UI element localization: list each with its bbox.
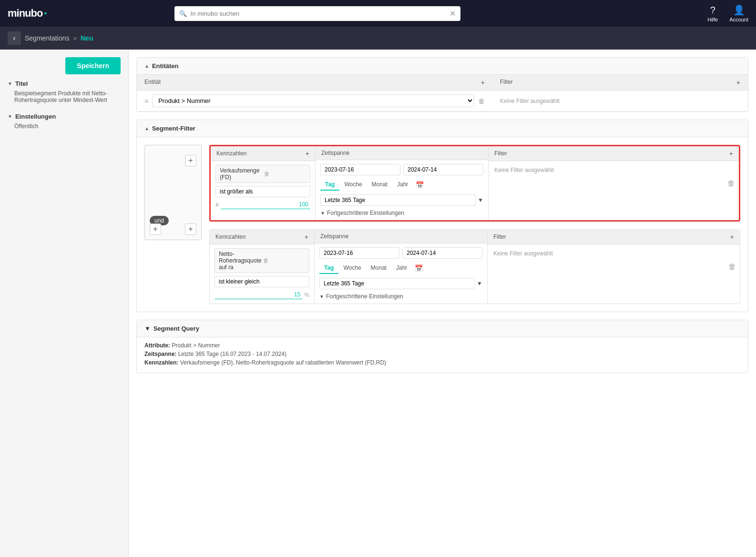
time-tabs-2: Tag Woche Monat Jahr 📅 — [319, 263, 482, 274]
value-2-input[interactable] — [215, 290, 302, 299]
search-input[interactable] — [191, 10, 446, 17]
query-label-1: Zeitspanne: — [144, 351, 176, 357]
query-body: Attribute: Produkt > Nummer Zeitspanne: … — [137, 337, 748, 373]
tab-monat-2[interactable]: Monat — [366, 263, 391, 274]
sidebar-settings-section: ▼ Einstellungen Öffentlich — [8, 113, 121, 130]
query-value-2: Verkaufsmenge (FD), Netto-Rohertragsquot… — [180, 359, 386, 366]
calendar-1-icon[interactable]: 📅 — [416, 181, 424, 189]
entity-select[interactable]: Produkt > Nummer — [152, 94, 474, 107]
query-label-0: Attribute: — [144, 342, 170, 349]
tab-monat-1[interactable]: Monat — [367, 179, 392, 191]
range-2-select[interactable]: Letzte 365 Tage — [319, 278, 475, 289]
add-kennzahl-1-button[interactable]: + — [306, 150, 309, 157]
kennzahl-2-delete-icon[interactable]: 🗑 — [263, 257, 305, 264]
breadcrumb-separator: > — [73, 35, 77, 42]
no-filter-2-label: Keine Filter ausgewählt — [488, 244, 740, 263]
advanced-2-label: Fortgeschrittene Einstellungen — [326, 293, 403, 300]
tab-jahr-2[interactable]: Jahr — [391, 263, 412, 274]
delete-row-2-button[interactable]: 🗑 — [728, 263, 736, 271]
tab-jahr-1[interactable]: Jahr — [392, 179, 413, 191]
drag-icon: ≡ — [144, 97, 148, 105]
entity-col-header: Entität + — [137, 75, 492, 91]
canvas-add-top-button[interactable]: + — [185, 155, 196, 166]
advanced-1-arrow-icon: ▼ — [320, 211, 325, 216]
value-2-row: % — [215, 290, 309, 299]
calendar-2-icon[interactable]: 📅 — [415, 264, 423, 272]
filter-col-1: Filter + Keine Filter ausgewählt 🗑 — [489, 146, 739, 220]
settings-arrow-icon: ▼ — [8, 114, 12, 119]
entity-table: Entität + Filter + ≡ — [137, 75, 748, 111]
filter-col-header: Filter + — [492, 75, 748, 91]
nav-right: ? Hilfe 👤 Account — [707, 4, 748, 22]
sf-collapse-icon[interactable]: ▲ — [144, 126, 149, 131]
add-filter-1-button[interactable]: + — [729, 150, 733, 157]
filter-card-1: Kennzahlen + Verkaufsmenge (FD) 🗑 ist gr… — [209, 145, 740, 222]
content-area: ▲ Entitäten Entität + Filter + — [129, 50, 756, 557]
entity-delete-icon[interactable]: 🗑 — [478, 97, 485, 105]
tab-tag-2[interactable]: Tag — [319, 263, 338, 274]
zeitspanne-1-body: Tag Woche Monat Jahr 📅 Letzte 365 Tage — [316, 160, 488, 220]
entities-collapse-icon[interactable]: ▲ — [144, 63, 149, 69]
breadcrumb-parent: Segmentations — [25, 34, 69, 42]
segment-filter-inner: + und + + Kennzahlen + — [137, 137, 748, 312]
zeitspanne-1-header: Zeitspanne — [316, 146, 488, 160]
query-row-1: Zeitspanne: Letzte 365 Tage (16.07.2023 … — [144, 351, 740, 357]
kennzahlen-2-body: Netto-Rohertragsquote auf ra 🗑 ist klein… — [210, 244, 314, 303]
canvas-add-bottom-right-button[interactable]: + — [185, 223, 196, 235]
zeitspanne-2: Zeitspanne Tag Woche Monat — [315, 230, 488, 304]
date-from-1[interactable] — [320, 164, 400, 175]
account-button[interactable]: 👤 Account — [729, 4, 748, 22]
no-filter-1-label: Keine Filter ausgewählt — [489, 161, 739, 179]
help-label: Hilfe — [707, 17, 718, 22]
add-filter-button[interactable]: + — [736, 79, 740, 86]
save-button[interactable]: Speichern — [65, 57, 121, 74]
value-1-row: # — [215, 200, 310, 209]
kennzahl-1-row: Verkaufsmenge (FD) 🗑 — [215, 165, 310, 183]
add-filter-2-button[interactable]: + — [730, 233, 734, 241]
date-from-2[interactable] — [319, 247, 399, 259]
sidebar-title-label: Titel — [15, 80, 28, 87]
title-arrow-icon: ▼ — [8, 81, 12, 86]
date-to-2[interactable] — [402, 247, 482, 259]
filter-2-header: Filter + — [488, 230, 740, 244]
range-row-1: Letzte 365 Tage ▼ — [320, 194, 483, 206]
add-entity-button[interactable]: + — [481, 79, 485, 86]
search-bar[interactable]: 🔍 ✕ — [174, 6, 460, 21]
condition-1-select[interactable]: ist größer als — [215, 186, 310, 197]
value-1-input[interactable] — [221, 200, 310, 209]
canvas-box: + und + + — [144, 145, 202, 240]
canvas-add-bottom-left-button[interactable]: + — [150, 223, 161, 235]
delete-row-1-button[interactable]: 🗑 — [727, 179, 735, 188]
zeitspanne-2-header: Zeitspanne — [315, 230, 487, 243]
advanced-1-link[interactable]: ▼ Fortgeschrittene Einstellungen — [320, 210, 483, 216]
search-clear-icon[interactable]: ✕ — [450, 9, 456, 18]
query-label-2: Kennzahlen: — [144, 359, 178, 366]
time-tabs-1: Tag Woche Monat Jahr 📅 — [320, 179, 483, 191]
zeitspanne-1: Zeitspanne Tag Woche Monat — [316, 146, 489, 220]
date-row-1 — [320, 164, 483, 175]
query-collapse-icon[interactable]: ▼ — [144, 325, 151, 332]
help-button[interactable]: ? Hilfe — [707, 5, 718, 22]
query-title: Segment Query — [153, 325, 199, 332]
sidebar-settings-header: ▼ Einstellungen — [8, 113, 121, 120]
segment-filter-header: ▲ Segment-Filter — [137, 120, 748, 137]
condition-2-select[interactable]: ist kleiner gleich — [215, 276, 309, 287]
value-1-hash: # — [215, 202, 219, 208]
tab-tag-1[interactable]: Tag — [320, 179, 339, 191]
segment-filter-canvas: + und + + — [144, 145, 202, 304]
tab-woche-1[interactable]: Woche — [339, 179, 367, 191]
account-icon: 👤 — [733, 4, 745, 16]
tab-woche-2[interactable]: Woche — [338, 263, 366, 274]
query-header: ▼ Segment Query — [137, 320, 748, 337]
advanced-2-link[interactable]: ▼ Fortgeschrittene Einstellungen — [319, 293, 482, 300]
kennzahl-1-delete-icon[interactable]: 🗑 — [264, 171, 306, 177]
date-to-1[interactable] — [403, 164, 483, 175]
range-2-arrow-icon: ▼ — [477, 280, 482, 287]
add-kennzahl-2-button[interactable]: + — [305, 233, 308, 241]
back-button[interactable]: ‹ — [8, 31, 21, 45]
value-2-suffix: % — [304, 292, 309, 298]
entities-header: ▲ Entitäten — [137, 58, 748, 75]
range-1-select[interactable]: Letzte 365 Tage — [320, 194, 476, 206]
date-row-2 — [319, 247, 482, 259]
help-icon: ? — [710, 5, 715, 16]
